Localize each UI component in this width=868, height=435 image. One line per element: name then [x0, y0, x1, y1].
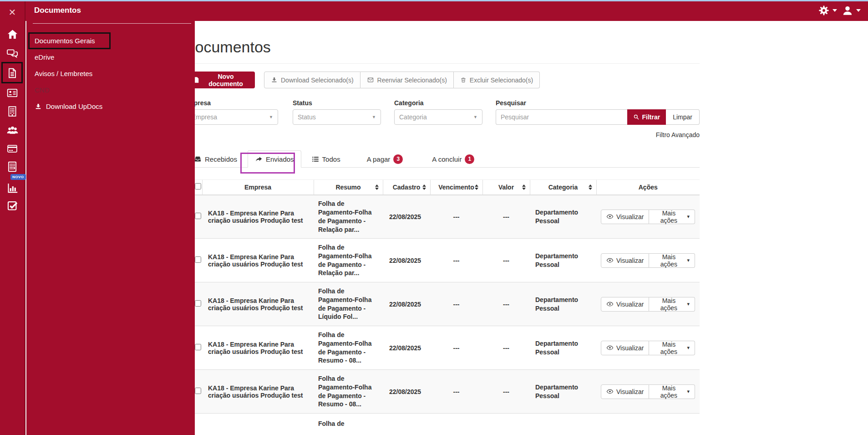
caret-down-icon: ▾ — [687, 301, 690, 307]
visualizar-button[interactable]: Visualizar — [601, 384, 649, 399]
select-all-checkbox[interactable] — [195, 183, 201, 189]
search-input[interactable] — [496, 109, 627, 125]
settings-menu[interactable] — [818, 5, 837, 16]
chat-icon[interactable] — [0, 48, 25, 60]
inbox-icon — [194, 155, 202, 163]
mais-acoes-button[interactable]: Mais ações▾ — [649, 341, 695, 355]
tasks-check-icon[interactable] — [0, 200, 25, 212]
chevron-down-icon: ▼ — [269, 115, 273, 119]
cadastro-cell: 22/08/2025 — [383, 195, 430, 239]
envelope-icon — [367, 77, 374, 83]
download-icon — [271, 77, 278, 83]
menu-item-download-updocs[interactable]: Download UpDocs — [26, 98, 195, 115]
tab-a-pagar[interactable]: A pagar 3 — [360, 150, 411, 168]
mais-acoes-button[interactable]: Mais ações▾ — [649, 384, 695, 399]
sort-icon[interactable] — [589, 184, 592, 190]
col-valor[interactable]: Valor — [482, 180, 530, 195]
contacts-card-icon[interactable] — [0, 87, 25, 99]
user-menu[interactable] — [842, 5, 861, 16]
categoria-cell: Departamento Pessoal — [530, 326, 596, 370]
chevron-down-icon: ▼ — [473, 115, 477, 119]
bar-chart-icon[interactable] — [0, 182, 25, 194]
vencimento-cell: --- — [430, 195, 482, 239]
menu-item-documentos-gerais[interactable]: Documentos Gerais — [26, 33, 195, 49]
sort-icon[interactable] — [475, 184, 478, 190]
users-icon[interactable] — [0, 124, 25, 137]
tab-todos[interactable]: Todos — [305, 150, 348, 168]
col-acoes: Ações — [596, 180, 700, 195]
gear-icon — [818, 5, 830, 16]
table-row: KA18 - Empresa Karine Para criação usuár… — [187, 282, 700, 326]
chevron-down-icon — [832, 9, 837, 12]
empresa-cell: KA18 - Empresa Karine Para criação usuár… — [202, 326, 314, 370]
visualizar-button[interactable]: Visualizar — [601, 210, 649, 224]
advanced-filter-link[interactable]: Filtro Avançado — [187, 131, 700, 138]
documents-icon[interactable] — [0, 67, 25, 79]
cadastro-cell: 22/08/2025 — [383, 282, 430, 326]
mais-acoes-button[interactable]: Mais ações▾ — [649, 253, 695, 268]
calculator-icon[interactable] — [0, 160, 25, 173]
eye-icon — [606, 389, 614, 394]
vencimento-cell: --- — [430, 326, 482, 370]
window-top-edge — [0, 0, 868, 1]
row-checkbox[interactable] — [195, 344, 201, 350]
close-icon[interactable]: ✕ — [0, 6, 25, 18]
resumo-cell: Folha de Pagamento-Folha de Pagamento - … — [314, 282, 383, 326]
visualizar-button[interactable]: Visualizar — [601, 297, 649, 312]
company-building-icon[interactable] — [0, 105, 25, 118]
sort-icon[interactable] — [375, 184, 379, 190]
sort-icon[interactable] — [522, 184, 526, 190]
empresa-label: Empresa — [184, 99, 278, 107]
sidebar: ✕ — [0, 0, 25, 435]
row-actions: VisualizarMais ações▾ — [601, 253, 695, 268]
col-categoria[interactable]: Categoria — [530, 180, 596, 195]
eye-icon — [606, 301, 614, 307]
col-cadastro[interactable]: Cadastro — [383, 180, 430, 195]
valor-cell — [482, 414, 530, 435]
row-actions: VisualizarMais ações▾ — [601, 341, 695, 355]
status-select[interactable]: Status▼ — [293, 109, 381, 125]
visualizar-button[interactable]: Visualizar — [601, 253, 649, 268]
delete-selected-button[interactable]: Excluir Selecionado(s) — [454, 72, 540, 88]
row-checkbox[interactable] — [195, 213, 201, 219]
resumo-cell: Folha de Pagamento-Folha de Pagamento - … — [314, 370, 383, 414]
clear-button[interactable]: Limpar — [666, 109, 700, 125]
menu-item-edrive[interactable]: eDrive — [26, 49, 195, 66]
row-checkbox[interactable] — [195, 388, 201, 394]
resend-selected-button[interactable]: Reenviar Selecionado(s) — [360, 72, 454, 88]
topbar-actions — [818, 0, 861, 21]
download-selected-button[interactable]: Download Selecionado(s) — [264, 72, 360, 88]
mais-acoes-button[interactable]: Mais ações▾ — [649, 297, 695, 312]
visualizar-button[interactable]: Visualizar — [601, 341, 649, 355]
row-checkbox[interactable] — [195, 300, 201, 307]
categoria-select[interactable]: Categoria▼ — [394, 109, 482, 125]
table-row: Folha de — [187, 414, 700, 435]
a-concluir-badge: 1 — [465, 154, 474, 164]
new-document-button[interactable]: Novo documento — [187, 72, 255, 88]
col-resumo[interactable]: Resumo — [314, 180, 383, 195]
search-icon — [633, 114, 640, 120]
filter-button[interactable]: Filtrar — [627, 109, 666, 125]
resumo-cell: Folha de Pagamento-Folha de Pagamento - … — [314, 239, 383, 282]
categoria-label: Categoria — [394, 99, 482, 107]
cadastro-cell: 22/08/2025 — [383, 326, 430, 370]
empresa-select[interactable]: Empresa▼ — [187, 109, 278, 125]
download-icon — [35, 103, 42, 110]
row-checkbox[interactable] — [195, 256, 201, 263]
tab-enviados[interactable]: Enviados — [248, 150, 301, 168]
cadastro-cell: 22/08/2025 — [383, 370, 430, 414]
tab-recebidos[interactable]: Recebidos — [187, 150, 244, 168]
vencimento-cell: --- — [430, 239, 482, 282]
table-row: KA18 - Empresa Karine Para criação usuár… — [187, 370, 700, 414]
sort-icon[interactable] — [422, 184, 426, 190]
tab-a-concluir[interactable]: A concluir 1 — [425, 150, 482, 168]
flyout-title: Documentos — [34, 6, 81, 15]
credit-card-icon[interactable] — [0, 143, 25, 154]
home-icon[interactable] — [0, 28, 25, 41]
mais-acoes-button[interactable]: Mais ações▾ — [649, 210, 695, 224]
chevron-down-icon — [856, 9, 861, 12]
menu-item-avisos-lembretes[interactable]: Avisos / Lembretes — [26, 66, 195, 82]
categoria-cell — [530, 414, 596, 435]
col-vencimento[interactable]: Vencimento — [430, 180, 482, 195]
documents-table: Empresa Resumo Cadastro Vencimento Valor… — [187, 179, 700, 435]
